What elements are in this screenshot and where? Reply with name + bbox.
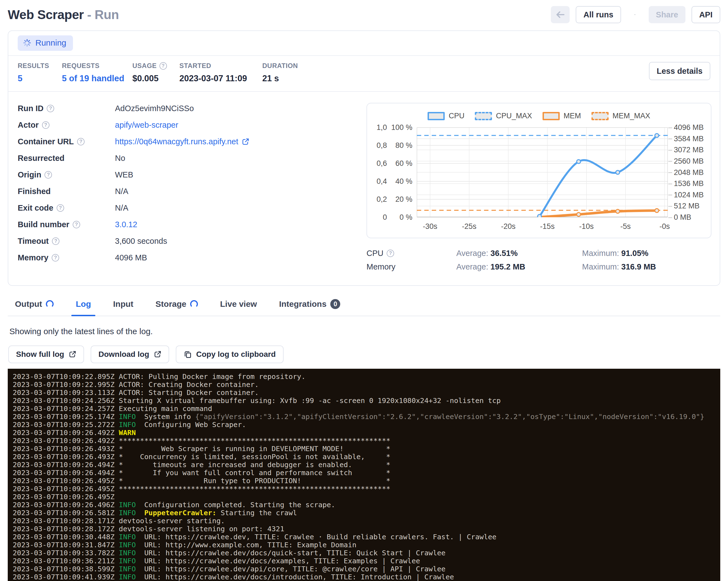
legend-item-cpu[interactable]: CPU [427, 112, 464, 120]
chart-x-axis: -30s-25s-20s-15s-10s-5s-0s [417, 217, 668, 232]
detail-value-link[interactable]: https://0q64wnacgyft.runs.apify.net [115, 137, 238, 146]
chart-body: 1,00,80,60,40,20 100 %80 %60 %40 %20 %0 … [367, 127, 711, 232]
log-timestamp: 2023-03-07T10:09:22.895Z [13, 372, 114, 380]
help-icon: ? [47, 105, 54, 112]
average-label: Average: [456, 249, 488, 258]
tab-output[interactable]: Output [13, 298, 56, 316]
log-line: 2023-03-07T10:09:31.847Z INFO URL: http:… [13, 541, 720, 549]
detail-value-link[interactable]: 3.0.12 [115, 220, 137, 229]
stat-started: STARTED2023-03-07 11:09 [179, 62, 262, 83]
less-details-button[interactable]: Less details [649, 62, 710, 80]
log-timestamp: 2023-03-07T10:09:26.493Z [13, 445, 114, 453]
status-badge: Running [18, 35, 73, 51]
status-row: Running [8, 31, 720, 56]
detail-label: Run ID [18, 104, 44, 113]
log-timestamp: 2023-03-07T10:09:28.172Z [13, 525, 114, 533]
stat-requests: REQUESTS5 of 19 handled [62, 62, 132, 83]
run-page: Web Scraper - Run All runs Share API [0, 0, 728, 581]
detail-row-memory: Memory?4096 MB [18, 253, 311, 262]
detail-value-link[interactable]: apify/web-scraper [115, 121, 178, 130]
log-timestamp: 2023-03-07T10:09:22.995Z [13, 380, 114, 389]
detail-value: N/A [115, 204, 128, 213]
copy-icon [184, 350, 192, 359]
detail-row-origin: Origin?WEB [18, 170, 311, 179]
stat-duration: DURATION21 s [262, 62, 304, 83]
legend-item-cpu-max[interactable]: CPU_MAX [475, 112, 532, 120]
tab-label: Integrations [279, 299, 327, 309]
log-timestamp: 2023-03-07T10:09:31.847Z [13, 540, 114, 549]
log-line: 2023-03-07T10:09:33.782Z INFO URL: https… [13, 549, 720, 557]
x-axis-tick-label: -15s [540, 222, 555, 231]
stat-value: $0.005 [132, 74, 174, 83]
log-timestamp: 2023-03-07T10:09:25.272Z [13, 420, 114, 429]
tab-live-view[interactable]: Live view [218, 298, 259, 316]
tab-log[interactable]: Log [74, 298, 93, 316]
tab-label: Live view [220, 299, 257, 309]
stat-value: 2023-03-07 11:09 [179, 74, 257, 83]
maximum-value: 91.05% [621, 249, 648, 258]
next-run-button[interactable] [627, 6, 643, 23]
axis-tick-label: 0,2 [376, 195, 387, 204]
loading-spinner-icon [190, 300, 198, 308]
log-timestamp: 2023-03-07T10:09:26.495Z [13, 484, 114, 493]
legend-item-mem-max[interactable]: MEM_MAX [592, 112, 650, 120]
download-log-button[interactable]: Download log [90, 345, 169, 363]
log-timestamp: 2023-03-07T10:09:38.599Z [13, 565, 114, 573]
log-line: 2023-03-07T10:09:41.939Z INFO URL: https… [13, 573, 720, 581]
legend-swatch-icon [592, 112, 608, 120]
log-line: 2023-03-07T10:09:26.493Z * Web Scraper i… [13, 445, 720, 453]
detail-label: Memory [18, 253, 48, 262]
tabs-row: OutputLogInputStorageLive viewIntegratio… [8, 298, 720, 316]
log-timestamp: 2023-03-07T10:09:26.493Z [13, 452, 114, 461]
external-link-icon [241, 138, 249, 146]
arrow-right-icon [634, 9, 635, 20]
stat-label: RESULTS [18, 62, 49, 70]
axis-tick-label: 1536 MB [674, 179, 704, 188]
log-line: 2023-03-07T10:09:24.257Z Executing main … [13, 405, 720, 413]
maximum-value: 316.9 MB [621, 262, 656, 271]
tab-storage[interactable]: Storage [153, 298, 200, 316]
average-value: 195.2 MB [491, 262, 525, 271]
chart-plot-wrap: -30s-25s-20s-15s-10s-5s-0s [417, 127, 668, 232]
x-axis-tick-label: -30s [423, 222, 438, 231]
header-actions: All runs Share API [551, 6, 720, 23]
help-icon: ? [52, 237, 59, 245]
show-full-log-button[interactable]: Show full log [8, 345, 84, 363]
share-button[interactable]: Share [649, 6, 685, 23]
log-line: 2023-03-07T10:09:26.496Z INFO Configurat… [13, 501, 720, 509]
detail-label: Finished [18, 187, 51, 196]
actor-name: Web Scraper [8, 7, 84, 22]
usage-row-cpu: CPU?Average: 36.51%Maximum: 91.05% [366, 249, 711, 258]
page-subtitle: - Run [84, 7, 119, 22]
log-timestamp: 2023-03-07T10:09:26.492Z [13, 428, 114, 437]
stat-value[interactable]: 5 of 19 handled [62, 74, 127, 83]
chart-right-axis: 4096 MB3584 MB3072 MB2560 MB2048 MB1536 … [668, 127, 709, 217]
axis-tick-label: 0,8 [376, 141, 387, 150]
tab-input[interactable]: Input [111, 298, 135, 316]
previous-run-button[interactable] [551, 6, 570, 23]
log-line: 2023-03-07T10:09:22.995Z ACTOR: Creating… [13, 380, 720, 389]
tab-integrations[interactable]: Integrations0 [277, 298, 343, 316]
legend-label: MEM [564, 112, 581, 120]
usage-label: CPU [366, 249, 383, 258]
all-runs-button[interactable]: All runs [576, 6, 621, 23]
api-button[interactable]: API [692, 6, 720, 23]
legend-item-mem[interactable]: MEM [543, 112, 581, 120]
axis-tick-label: 0,4 [376, 177, 387, 186]
log-console[interactable]: 2023-03-07T10:09:22.895Z ACTOR: Pulling … [8, 369, 720, 581]
log-timestamp: 2023-03-07T10:09:28.171Z [13, 517, 114, 525]
x-axis-tick-label: -25s [462, 222, 476, 231]
help-icon: ? [52, 254, 59, 262]
stat-label: DURATION [262, 62, 298, 70]
log-line: 2023-03-07T10:09:26.493Z * Concurrency i… [13, 453, 720, 461]
log-line: 2023-03-07T10:09:36.211Z INFO URL: https… [13, 557, 720, 565]
help-icon: ? [159, 62, 167, 70]
stat-value[interactable]: 5 [18, 74, 56, 83]
stat-label: REQUESTS [62, 62, 100, 70]
copy-log-to-clipboard-button[interactable]: Copy log to clipboard [176, 345, 284, 363]
loading-spinner-icon [46, 300, 54, 308]
run-detail-body: Run ID?AdOz5evimh9NCiSSoActor?apify/web-… [8, 92, 720, 285]
axis-tick-label: 2560 MB [674, 157, 704, 165]
log-line: 2023-03-07T10:09:38.599Z INFO URL: https… [13, 565, 720, 573]
help-icon: ? [45, 171, 52, 179]
